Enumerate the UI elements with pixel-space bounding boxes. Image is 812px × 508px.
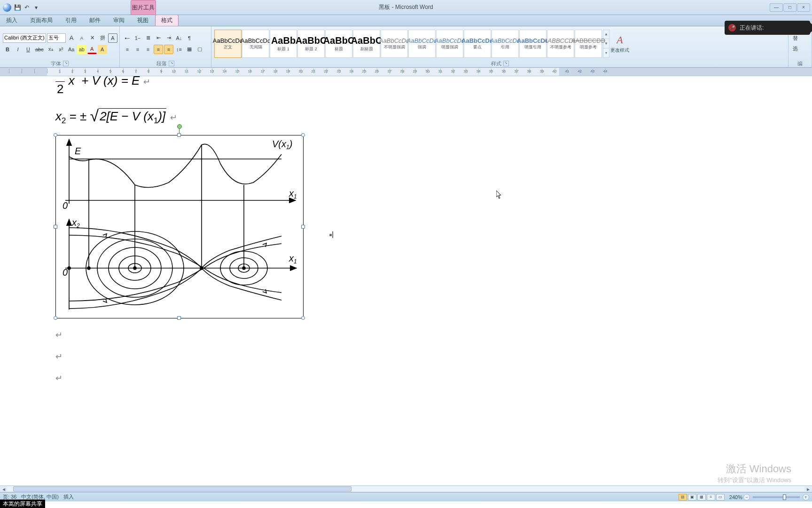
italic-button[interactable]: I bbox=[13, 45, 23, 54]
line-spacing-button[interactable]: ↕≡ bbox=[174, 45, 184, 54]
style-item-要点[interactable]: AaBbCcDd要点 bbox=[464, 30, 491, 58]
borders-button[interactable]: ▢ bbox=[195, 45, 204, 54]
grow-font-button[interactable]: A bbox=[67, 33, 76, 43]
strikethrough-button[interactable]: abc bbox=[34, 45, 45, 54]
gallery-more-icon[interactable]: ▾ bbox=[603, 48, 609, 57]
tab-references[interactable]: 引用 bbox=[59, 15, 83, 26]
tab-review[interactable]: 审阅 bbox=[107, 15, 131, 26]
view-full-screen-button[interactable]: ▣ bbox=[688, 494, 696, 500]
qat-save-icon[interactable]: 💾 bbox=[13, 3, 22, 12]
document-area[interactable]: 2 x + V (x) = E ↵ x2 = ± √2[E − V (x1)] … bbox=[0, 76, 812, 493]
qat-dropdown-icon[interactable]: ▾ bbox=[32, 3, 40, 12]
scroll-left-icon[interactable]: ◀ bbox=[0, 486, 8, 492]
style-item-标题 1[interactable]: AaBb标题 1 bbox=[270, 30, 297, 58]
zoom-slider-thumb[interactable] bbox=[783, 494, 786, 500]
ribbon-tabs: 插入 页面布局 引用 邮件 审阅 视图 格式 bbox=[0, 15, 812, 26]
char-shading-button[interactable]: A bbox=[98, 45, 107, 54]
font-dialog-launcher[interactable]: ↘ bbox=[63, 61, 69, 66]
speaking-overlay: 🎤 正在讲话: bbox=[725, 21, 810, 35]
view-draft-button[interactable]: ▭ bbox=[716, 494, 725, 500]
inserted-figure[interactable]: E V(x1) 0 x1 x2 0 x1 bbox=[55, 135, 304, 318]
subscript-button[interactable]: x₂ bbox=[46, 45, 55, 54]
style-item-不明显参考[interactable]: AABBCCDD不明显参考 bbox=[547, 30, 574, 58]
office-button[interactable] bbox=[3, 3, 11, 12]
style-item-不明显强调[interactable]: AaBbCcDd不明显强调 bbox=[381, 30, 408, 58]
style-item-明显强调[interactable]: AaBbCcDd明显强调 bbox=[436, 30, 463, 58]
align-left-button[interactable]: ≡ bbox=[123, 45, 132, 54]
handle-tl[interactable] bbox=[54, 133, 57, 137]
scroll-thumb[interactable] bbox=[13, 486, 351, 492]
zoom-slider[interactable] bbox=[753, 496, 800, 498]
style-item-副标题[interactable]: AaBbC副标题 bbox=[353, 30, 380, 58]
view-web-layout-button[interactable]: ▦ bbox=[697, 494, 706, 500]
char-border-button[interactable]: A bbox=[108, 33, 117, 43]
paragraph-dialog-launcher[interactable]: ↘ bbox=[169, 61, 174, 66]
style-item-引用[interactable]: AaBbCcDd引用 bbox=[492, 30, 519, 58]
handle-bc[interactable] bbox=[177, 316, 181, 320]
scroll-right-icon[interactable]: ▶ bbox=[804, 486, 812, 492]
select-button[interactable]: 选 bbox=[791, 44, 812, 54]
replace-button[interactable]: 替 bbox=[791, 34, 812, 43]
phonetic-guide-button[interactable]: 拼 bbox=[98, 33, 107, 43]
handle-ml[interactable] bbox=[54, 225, 57, 229]
change-styles-button[interactable]: A 更改样式 bbox=[610, 30, 629, 58]
align-justify-button[interactable]: ≡ bbox=[154, 45, 163, 54]
equation-2[interactable]: x2 = ± √2[E − V (x1)] ↵ bbox=[55, 106, 658, 126]
show-marks-button[interactable]: ¶ bbox=[185, 33, 194, 43]
view-outline-button[interactable]: ≡ bbox=[707, 494, 715, 500]
font-size-combo[interactable] bbox=[47, 33, 66, 43]
handle-bl[interactable] bbox=[54, 316, 57, 320]
equation-1[interactable]: 2 x + V (x) = E ↵ bbox=[55, 76, 658, 96]
bullets-button[interactable]: •− bbox=[123, 33, 132, 43]
style-item-强调[interactable]: AaBbCcDd强调 bbox=[408, 30, 436, 58]
shading-button[interactable]: ▦ bbox=[185, 45, 194, 54]
clear-formatting-button[interactable]: ✕ bbox=[87, 33, 97, 43]
tab-format[interactable]: 格式 bbox=[155, 15, 179, 26]
style-item-正文[interactable]: AaBbCcDd正文 bbox=[214, 30, 242, 58]
style-item-无间隔[interactable]: AaBbCcDd无间隔 bbox=[242, 30, 269, 58]
handle-br[interactable] bbox=[301, 316, 305, 320]
increase-indent-button[interactable]: ⇥ bbox=[164, 33, 173, 43]
view-print-layout-button[interactable]: ▤ bbox=[679, 494, 687, 500]
group-font: A A ✕ 拼 A B I U abc x₂ x² Aa ab A A bbox=[0, 26, 120, 67]
highlight-button[interactable]: ab bbox=[77, 45, 86, 54]
tab-insert[interactable]: 插入 bbox=[0, 15, 23, 26]
styles-gallery[interactable]: AaBbCcDd正文AaBbCcDd无间隔AaBb标题 1AaBbC标题 2Aa… bbox=[214, 30, 602, 58]
window-close-button[interactable]: × bbox=[797, 3, 810, 12]
font-name-combo[interactable] bbox=[3, 33, 46, 43]
zoom-level[interactable]: 240% bbox=[729, 494, 742, 500]
sort-button[interactable]: A↓ bbox=[174, 33, 184, 43]
zoom-in-button[interactable]: + bbox=[803, 494, 809, 500]
horizontal-ruler[interactable]: 1234567891011121314151617181920212223242… bbox=[0, 68, 812, 76]
decrease-indent-button[interactable]: ⇤ bbox=[154, 33, 163, 43]
qat-undo-icon[interactable]: ↶ bbox=[23, 3, 31, 12]
style-item-明显参考[interactable]: AABBCCDD明显参考 bbox=[575, 30, 602, 58]
tab-mailings[interactable]: 邮件 bbox=[83, 15, 107, 26]
status-insert-mode[interactable]: 插入 bbox=[63, 493, 74, 500]
handle-mr[interactable] bbox=[301, 225, 305, 229]
horizontal-scrollbar[interactable]: ◀ ▶ bbox=[0, 485, 812, 492]
style-item-明显引用[interactable]: AaBbCcDd明显引用 bbox=[519, 30, 547, 58]
align-center-button[interactable]: ≡ bbox=[133, 45, 142, 54]
window-maximize-button[interactable]: □ bbox=[783, 3, 796, 12]
tab-view[interactable]: 视图 bbox=[131, 15, 155, 26]
align-distribute-button[interactable]: ≡ bbox=[164, 45, 173, 54]
numbering-button[interactable]: 1− bbox=[133, 33, 142, 43]
bold-button[interactable]: B bbox=[3, 45, 12, 54]
align-right-button[interactable]: ≡ bbox=[143, 45, 153, 54]
multilevel-list-button[interactable]: ≣ bbox=[143, 33, 153, 43]
zoom-out-button[interactable]: − bbox=[743, 494, 750, 500]
style-item-标题 2[interactable]: AaBbC标题 2 bbox=[297, 30, 325, 58]
superscript-button[interactable]: x² bbox=[56, 45, 66, 54]
rotate-handle[interactable] bbox=[177, 124, 182, 129]
handle-tc[interactable] bbox=[177, 133, 181, 137]
change-case-button[interactable]: Aa bbox=[67, 45, 76, 54]
shrink-font-button[interactable]: A bbox=[77, 33, 86, 43]
styles-dialog-launcher[interactable]: ↘ bbox=[503, 61, 509, 66]
underline-button[interactable]: U bbox=[23, 45, 33, 54]
style-item-标题[interactable]: AaBbC标题 bbox=[325, 30, 352, 58]
font-color-button[interactable]: A bbox=[87, 45, 97, 54]
handle-tr[interactable] bbox=[301, 133, 305, 137]
tab-page-layout[interactable]: 页面布局 bbox=[24, 15, 59, 26]
window-minimize-button[interactable]: — bbox=[770, 3, 783, 12]
